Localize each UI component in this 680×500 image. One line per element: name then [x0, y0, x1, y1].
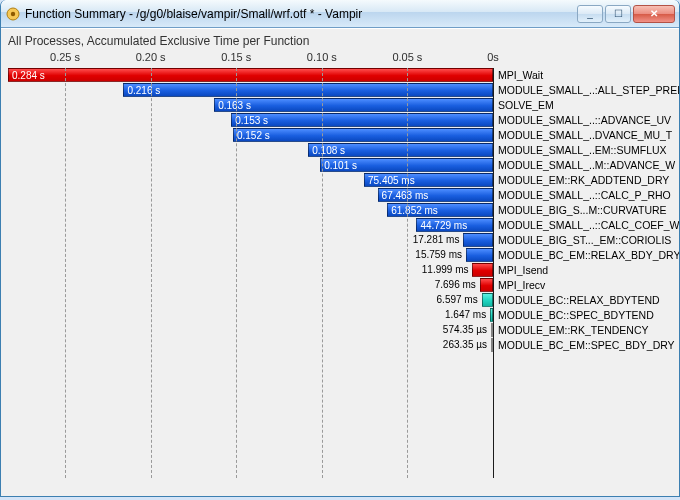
x-axis: 0.25 s0.20 s0.15 s0.10 s0.05 s0s [2, 51, 678, 68]
bar[interactable]: 44.729 ms [416, 218, 493, 232]
bar[interactable]: 0.108 s [308, 143, 493, 157]
function-name-label: MPI_Irecv [498, 278, 545, 292]
function-name-label: MODULE_EM::RK_ADDTEND_DRY [498, 173, 669, 187]
bar-value-label: 0.152 s [237, 129, 270, 143]
bar[interactable]: 67.463 ms [378, 188, 493, 202]
gridline [322, 68, 323, 478]
bar[interactable]: 0.163 s [214, 98, 493, 112]
function-name-label: MODULE_SMALL_..::CALC_P_RHO [498, 188, 671, 202]
bar-value-label: 61.852 ms [391, 204, 438, 218]
bar-value-label: 0.153 s [235, 114, 268, 128]
function-name-label: MODULE_BIG_ST..._EM::CORIOLIS [498, 233, 671, 247]
bar-row: 11.999 msMPI_Isend [2, 263, 678, 278]
window: Function Summary - /g/g0/blaise/vampir/S… [0, 0, 680, 497]
bar-row: 0.108 sMODULE_SMALL_..EM::SUMFLUX [2, 143, 678, 158]
function-name-label: MODULE_SMALL_..EM::SUMFLUX [498, 143, 667, 157]
bar-row: 67.463 msMODULE_SMALL_..::CALC_P_RHO [2, 188, 678, 203]
titlebar[interactable]: Function Summary - /g/g0/blaise/vampir/S… [1, 0, 679, 28]
function-name-label: MPI_Wait [498, 68, 543, 82]
chart-body: 0.284 sMPI_Wait0.216 sMODULE_SMALL_..:AL… [2, 68, 678, 478]
axis-tick-label: 0.20 s [136, 51, 166, 63]
function-name-label: SOLVE_EM [498, 98, 554, 112]
bar-value-label: 574.35 µs [2, 323, 487, 337]
bar-row: 15.759 msMODULE_BC_EM::RELAX_BDY_DRY [2, 248, 678, 263]
bar-row: 17.281 msMODULE_BIG_ST..._EM::CORIOLIS [2, 233, 678, 248]
bar[interactable] [472, 263, 493, 277]
bar[interactable] [480, 278, 493, 292]
axis-tick-label: 0.25 s [50, 51, 80, 63]
bar-value-label: 67.463 ms [382, 189, 429, 203]
bar-row: 0.284 sMPI_Wait [2, 68, 678, 83]
bar-row: 0.152 sMODULE_SMALL_..DVANCE_MU_T [2, 128, 678, 143]
bar[interactable]: 0.152 s [233, 128, 493, 142]
bar-row: 263.35 µsMODULE_BC_EM::SPEC_BDY_DRY [2, 338, 678, 353]
bar-row: 7.696 msMPI_Irecv [2, 278, 678, 293]
bar[interactable]: 0.284 s [8, 68, 493, 82]
gridline [151, 68, 152, 478]
bar-value-label: 1.647 ms [2, 308, 486, 322]
function-name-label: MODULE_BC_EM::SPEC_BDY_DRY [498, 338, 675, 352]
bar-row: 0.163 sSOLVE_EM [2, 98, 678, 113]
axis-tick-label: 0.15 s [221, 51, 251, 63]
bar-value-label: 0.163 s [218, 99, 251, 113]
bar-value-label: 15.759 ms [2, 248, 462, 262]
close-button[interactable]: ✕ [633, 5, 675, 23]
chart-rows: 0.284 sMPI_Wait0.216 sMODULE_SMALL_..:AL… [2, 68, 678, 353]
gridline [236, 68, 237, 478]
bar-value-label: 0.101 s [324, 159, 357, 173]
bar[interactable]: 0.216 s [123, 83, 493, 97]
bar-value-label: 11.999 ms [2, 263, 468, 277]
content: All Processes, Accumulated Exclusive Tim… [1, 28, 679, 497]
bar-value-label: 0.284 s [12, 69, 45, 83]
bar[interactable] [482, 293, 493, 307]
axis-tick-label: 0.10 s [307, 51, 337, 63]
gridline [65, 68, 66, 478]
maximize-button[interactable]: ☐ [605, 5, 631, 23]
app-icon [5, 6, 21, 22]
function-name-label: MODULE_SMALL_..::ADVANCE_UV [498, 113, 671, 127]
bar[interactable]: 61.852 ms [387, 203, 493, 217]
function-name-label: MODULE_BC_EM::RELAX_BDY_DRY [498, 248, 680, 262]
bar-value-label: 0.108 s [312, 144, 345, 158]
bar[interactable] [466, 248, 493, 262]
function-name-label: MODULE_SMALL_..:ALL_STEP_PREP [498, 83, 680, 97]
axis-tick-label: 0.05 s [392, 51, 422, 63]
function-name-label: MODULE_BC::RELAX_BDYTEND [498, 293, 660, 307]
chart-description: All Processes, Accumulated Exclusive Tim… [2, 30, 678, 51]
bar-value-label: 263.35 µs [2, 338, 487, 352]
bar-row: 75.405 msMODULE_EM::RK_ADDTEND_DRY [2, 173, 678, 188]
window-title: Function Summary - /g/g0/blaise/vampir/S… [25, 7, 577, 21]
bar[interactable] [463, 233, 493, 247]
bar[interactable]: 0.153 s [231, 113, 493, 127]
bar-row: 0.216 sMODULE_SMALL_..:ALL_STEP_PREP [2, 83, 678, 98]
axis-tick-label: 0s [487, 51, 499, 63]
bar-row: 0.101 sMODULE_SMALL_..M::ADVANCE_W [2, 158, 678, 173]
gridline [407, 68, 408, 478]
bar-row: 61.852 msMODULE_BIG_S...M::CURVATURE [2, 203, 678, 218]
bar-row: 6.597 msMODULE_BC::RELAX_BDYTEND [2, 293, 678, 308]
bar-value-label: 6.597 ms [2, 293, 478, 307]
bar-row: 44.729 msMODULE_SMALL_..::CALC_COEF_W [2, 218, 678, 233]
function-name-label: MPI_Isend [498, 263, 548, 277]
bar-row: 1.647 msMODULE_BC::SPEC_BDYTEND [2, 308, 678, 323]
bar-row: 574.35 µsMODULE_EM::RK_TENDENCY [2, 323, 678, 338]
window-buttons: _ ☐ ✕ [577, 5, 675, 23]
minimize-button[interactable]: _ [577, 5, 603, 23]
function-name-label: MODULE_SMALL_..M::ADVANCE_W [498, 158, 675, 172]
svg-point-1 [11, 11, 15, 15]
function-name-label: MODULE_SMALL_..DVANCE_MU_T [498, 128, 672, 142]
bar-value-label: 44.729 ms [420, 219, 467, 233]
bar[interactable]: 75.405 ms [364, 173, 493, 187]
function-name-label: MODULE_BC::SPEC_BDYTEND [498, 308, 654, 322]
zero-axis-line [493, 68, 494, 478]
bar-value-label: 17.281 ms [2, 233, 459, 247]
bar-row: 0.153 sMODULE_SMALL_..::ADVANCE_UV [2, 113, 678, 128]
function-name-label: MODULE_BIG_S...M::CURVATURE [498, 203, 667, 217]
function-name-label: MODULE_SMALL_..::CALC_COEF_W [498, 218, 679, 232]
bar-value-label: 0.216 s [127, 84, 160, 98]
bar-value-label: 7.696 ms [2, 278, 476, 292]
function-name-label: MODULE_EM::RK_TENDENCY [498, 323, 649, 337]
